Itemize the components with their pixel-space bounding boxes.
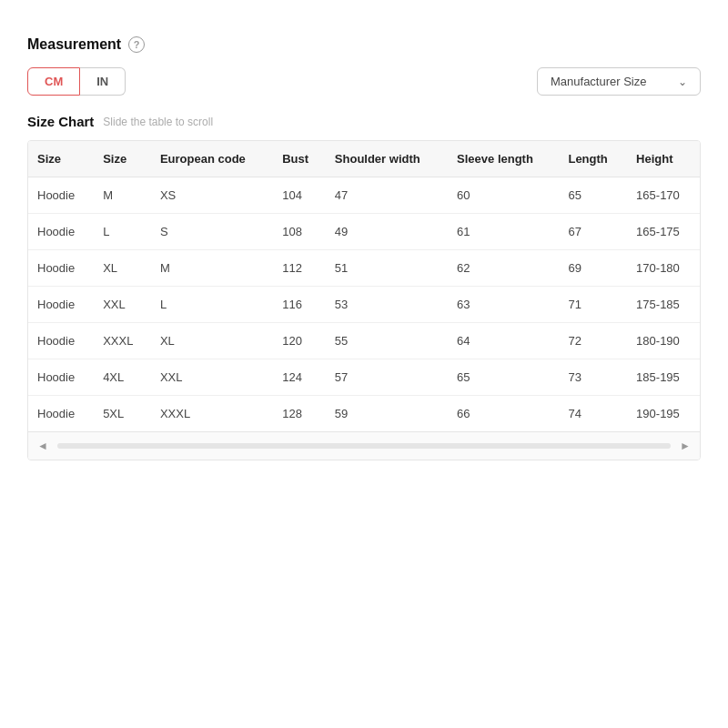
table-cell: 104: [273, 177, 326, 214]
size-chart-table-wrapper: SizeSizeEuropean codeBustShoulder widthS…: [27, 140, 701, 460]
table-row: HoodieXLM112516269170-180: [28, 250, 700, 287]
table-cell: Hoodie: [28, 396, 94, 432]
unit-in-button[interactable]: IN: [80, 67, 126, 96]
table-cell: 55: [326, 323, 448, 359]
table-cell: XXXL: [94, 323, 151, 359]
table-cell: M: [151, 250, 273, 287]
table-cell: 49: [326, 214, 448, 250]
size-chart-table: SizeSizeEuropean codeBustShoulder widthS…: [28, 141, 700, 431]
table-cell: S: [151, 214, 273, 250]
table-row: HoodieXXLL116536371175-185: [28, 287, 700, 323]
table-row: HoodieLS108496167165-175: [28, 214, 700, 250]
table-cell: 112: [273, 250, 326, 287]
table-row: Hoodie4XLXXL124576573185-195: [28, 359, 700, 396]
table-cell: XXXL: [151, 396, 273, 432]
table-cell: XL: [94, 250, 151, 287]
table-cell: 74: [559, 396, 627, 432]
table-cell: 120: [273, 323, 326, 359]
table-cell: 165-170: [627, 177, 700, 214]
scroll-track[interactable]: [57, 443, 671, 449]
table-cell: 60: [448, 177, 559, 214]
table-cell: 64: [448, 323, 559, 359]
table-cell: Hoodie: [28, 250, 94, 287]
table-cell: 128: [273, 396, 326, 432]
table-cell: 175-185: [627, 287, 700, 323]
table-cell: 185-195: [627, 359, 700, 396]
table-cell: M: [94, 177, 151, 214]
size-chart-title: Size Chart: [27, 114, 94, 129]
table-column-header: Length: [559, 141, 627, 177]
table-cell: 5XL: [94, 396, 151, 432]
table-cell: XS: [151, 177, 273, 214]
table-column-header: Height: [627, 141, 700, 177]
unit-buttons: CM IN: [27, 67, 126, 96]
table-cell: 73: [559, 359, 627, 396]
manufacturer-size-dropdown[interactable]: Manufacturer Size ⌄: [537, 67, 701, 96]
table-cell: 165-175: [627, 214, 700, 250]
table-cell: Hoodie: [28, 359, 94, 396]
unit-row: CM IN Manufacturer Size ⌄: [27, 67, 701, 96]
help-icon[interactable]: ?: [128, 36, 145, 53]
table-cell: 53: [326, 287, 448, 323]
table-cell: 4XL: [94, 359, 151, 396]
table-cell: Hoodie: [28, 287, 94, 323]
scroll-left-arrow[interactable]: ◄: [32, 438, 54, 454]
table-cell: Hoodie: [28, 214, 94, 250]
table-cell: 67: [559, 214, 627, 250]
table-cell: 61: [448, 214, 559, 250]
table-cell: XXL: [94, 287, 151, 323]
table-column-header: European code: [151, 141, 273, 177]
table-column-header: Size: [94, 141, 151, 177]
table-cell: 65: [559, 177, 627, 214]
table-cell: XL: [151, 323, 273, 359]
chevron-down-icon: ⌄: [678, 76, 687, 88]
table-cell: 51: [326, 250, 448, 287]
scroll-bar-row: ◄ ►: [28, 431, 700, 460]
table-row: Hoodie5XLXXXL128596674190-195: [28, 396, 700, 432]
table-cell: 72: [559, 323, 627, 359]
table-cell: L: [94, 214, 151, 250]
scroll-right-arrow[interactable]: ►: [674, 438, 696, 454]
table-cell: 116: [273, 287, 326, 323]
table-cell: 71: [559, 287, 627, 323]
size-chart-header: Size Chart Slide the table to scroll: [27, 114, 701, 129]
table-cell: Hoodie: [28, 177, 94, 214]
table-cell: 108: [273, 214, 326, 250]
measurement-title: Measurement: [27, 36, 121, 53]
table-cell: XXL: [151, 359, 273, 396]
table-cell: 65: [448, 359, 559, 396]
table-cell: 47: [326, 177, 448, 214]
table-column-header: Shoulder width: [326, 141, 448, 177]
manufacturer-size-label: Manufacturer Size: [551, 75, 647, 88]
table-row: HoodieXXXLXL120556472180-190: [28, 323, 700, 359]
table-column-header: Size: [28, 141, 94, 177]
table-cell: 180-190: [627, 323, 700, 359]
measurement-header: Measurement ?: [27, 36, 701, 53]
table-cell: Hoodie: [28, 323, 94, 359]
table-header-row: SizeSizeEuropean codeBustShoulder widthS…: [28, 141, 700, 177]
table-cell: 170-180: [627, 250, 700, 287]
scroll-hint-text: Slide the table to scroll: [103, 116, 213, 128]
table-cell: L: [151, 287, 273, 323]
table-cell: 190-195: [627, 396, 700, 432]
table-cell: 124: [273, 359, 326, 396]
table-cell: 63: [448, 287, 559, 323]
table-cell: 69: [559, 250, 627, 287]
table-cell: 66: [448, 396, 559, 432]
table-cell: 57: [326, 359, 448, 396]
table-row: HoodieMXS104476065165-170: [28, 177, 700, 214]
table-column-header: Bust: [273, 141, 326, 177]
unit-cm-button[interactable]: CM: [27, 67, 80, 96]
table-column-header: Sleeve length: [448, 141, 559, 177]
table-cell: 62: [448, 250, 559, 287]
table-cell: 59: [326, 396, 448, 432]
